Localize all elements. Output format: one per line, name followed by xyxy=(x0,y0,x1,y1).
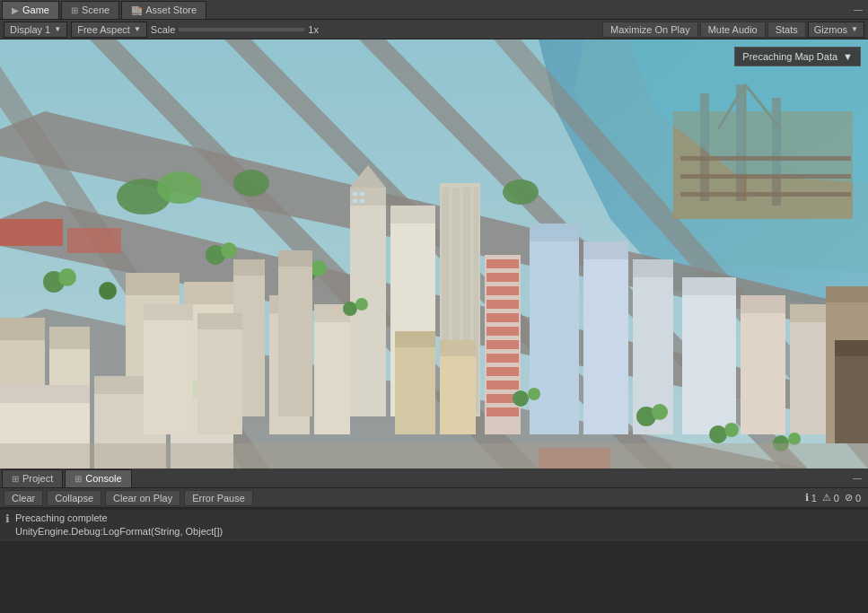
svg-rect-104 xyxy=(144,304,193,320)
svg-point-116 xyxy=(355,298,368,311)
aspect-dropdown[interactable]: Free Aspect ▼ xyxy=(71,22,147,38)
svg-rect-120 xyxy=(680,156,851,161)
overlay-arrow-icon: ▼ xyxy=(843,51,853,62)
warning-icon: ⚠ xyxy=(822,492,831,504)
window-controls: — xyxy=(852,4,868,16)
svg-point-71 xyxy=(221,242,237,258)
display-group: Display 1 ▼ xyxy=(4,22,67,38)
svg-point-79 xyxy=(788,433,801,445)
gizmos-arrow-icon: ▼ xyxy=(851,25,858,33)
svg-rect-94 xyxy=(353,192,357,196)
svg-rect-17 xyxy=(126,273,180,295)
bottom-minimize-button[interactable]: — xyxy=(850,473,864,483)
svg-rect-46 xyxy=(583,241,628,259)
svg-rect-122 xyxy=(680,192,851,197)
tab-asset-store[interactable]: 🏬 Asset Store xyxy=(121,1,206,19)
svg-rect-43 xyxy=(530,237,579,434)
gizmos-dropdown[interactable]: Gizmos ▼ xyxy=(808,22,864,38)
clear-button[interactable]: Clear xyxy=(4,490,43,506)
svg-point-69 xyxy=(311,260,327,276)
tab-project[interactable]: ⊞ Project xyxy=(2,469,63,487)
svg-rect-50 xyxy=(682,277,736,295)
svg-rect-42 xyxy=(487,407,519,416)
scale-value: 1x xyxy=(308,24,319,35)
collapse-button[interactable]: Collapse xyxy=(47,490,101,506)
display-dropdown[interactable]: Display 1 ▼ xyxy=(4,22,67,38)
warning-badge: ⚠ 0 xyxy=(822,492,839,504)
svg-rect-57 xyxy=(314,318,350,434)
svg-rect-113 xyxy=(835,354,868,443)
minimize-button[interactable]: — xyxy=(852,4,864,16)
svg-rect-112 xyxy=(826,286,868,302)
bottom-tab-bar: ⊞ Project ⊞ Console — xyxy=(0,469,868,488)
svg-rect-98 xyxy=(0,443,868,469)
scale-group: Scale 1x xyxy=(151,24,319,35)
svg-rect-36 xyxy=(487,327,519,336)
svg-rect-52 xyxy=(741,295,785,313)
svg-rect-97 xyxy=(360,199,364,203)
svg-rect-100 xyxy=(233,259,265,276)
svg-rect-60 xyxy=(0,385,90,403)
warning-count: 0 xyxy=(834,493,839,504)
svg-rect-32 xyxy=(487,273,519,282)
svg-rect-105 xyxy=(197,327,242,434)
clear-on-play-button[interactable]: Clear on Play xyxy=(105,490,180,506)
log-entry-icon: ℹ xyxy=(5,512,10,525)
scene-tab-label: Scene xyxy=(82,4,110,15)
mute-audio-button[interactable]: Mute Audio xyxy=(700,22,766,38)
asset-store-tab-icon: 🏬 xyxy=(131,5,142,15)
svg-rect-51 xyxy=(741,309,785,434)
info-icon: ℹ xyxy=(805,492,809,504)
svg-point-81 xyxy=(157,171,202,204)
maximize-on-play-button[interactable]: Maximize On Play xyxy=(602,22,698,38)
toolbar-right: Maximize On Play Mute Audio Stats Gizmos… xyxy=(602,22,864,38)
svg-rect-102 xyxy=(278,250,312,267)
svg-rect-48 xyxy=(633,259,673,277)
tab-game[interactable]: ▶ Game xyxy=(2,1,59,19)
svg-rect-44 xyxy=(530,223,579,241)
project-tab-label: Project xyxy=(22,473,53,484)
scale-slider[interactable] xyxy=(179,28,304,31)
log-line-2: UnityEngine.Debug:LogFormat(String, Obje… xyxy=(15,525,223,539)
svg-rect-40 xyxy=(487,381,519,390)
svg-rect-91 xyxy=(0,219,63,246)
svg-rect-39 xyxy=(487,367,519,376)
svg-point-115 xyxy=(343,302,357,316)
svg-rect-107 xyxy=(395,345,435,434)
svg-rect-110 xyxy=(440,340,476,356)
tab-console[interactable]: ⊞ Console xyxy=(65,469,131,487)
svg-point-117 xyxy=(513,390,529,407)
scale-slider-track xyxy=(179,28,304,31)
svg-point-75 xyxy=(652,404,668,420)
svg-rect-114 xyxy=(835,340,868,356)
log-entry[interactable]: ℹ Precaching complete UnityEngine.Debug:… xyxy=(0,510,868,542)
console-log[interactable]: ℹ Precaching complete UnityEngine.Debug:… xyxy=(0,508,868,613)
svg-point-83 xyxy=(503,180,539,205)
svg-rect-33 xyxy=(487,286,519,295)
svg-rect-31 xyxy=(487,259,519,268)
asset-store-tab-label: Asset Store xyxy=(145,4,197,15)
project-tab-icon: ⊞ xyxy=(12,474,19,484)
bottom-panel: ⊞ Project ⊞ Console — Clear Collapse Cle… xyxy=(0,469,868,613)
error-count: 0 xyxy=(855,493,861,504)
overlay-label: Precaching Map Data xyxy=(742,51,837,62)
stats-button[interactable]: Stats xyxy=(767,22,806,38)
svg-rect-101 xyxy=(278,264,312,416)
scene-tab-icon: ⊞ xyxy=(71,5,78,15)
svg-rect-49 xyxy=(682,291,736,434)
svg-rect-37 xyxy=(487,340,519,349)
error-badge: ⊘ 0 xyxy=(845,492,861,504)
svg-rect-34 xyxy=(487,300,519,309)
game-tab-icon: ▶ xyxy=(12,5,19,15)
svg-rect-96 xyxy=(353,199,357,203)
tab-scene[interactable]: ⊞ Scene xyxy=(61,1,119,19)
error-pause-button[interactable]: Error Pause xyxy=(184,490,253,506)
svg-rect-35 xyxy=(487,313,519,322)
gizmos-label: Gizmos xyxy=(814,24,847,35)
svg-rect-106 xyxy=(197,313,242,329)
svg-rect-24 xyxy=(390,206,435,223)
game-viewport: Precaching Map Data ▼ xyxy=(0,39,868,469)
info-count: 1 xyxy=(811,493,817,504)
svg-rect-108 xyxy=(395,331,435,347)
overlay-dropdown[interactable]: Precaching Map Data ▼ xyxy=(734,47,861,66)
